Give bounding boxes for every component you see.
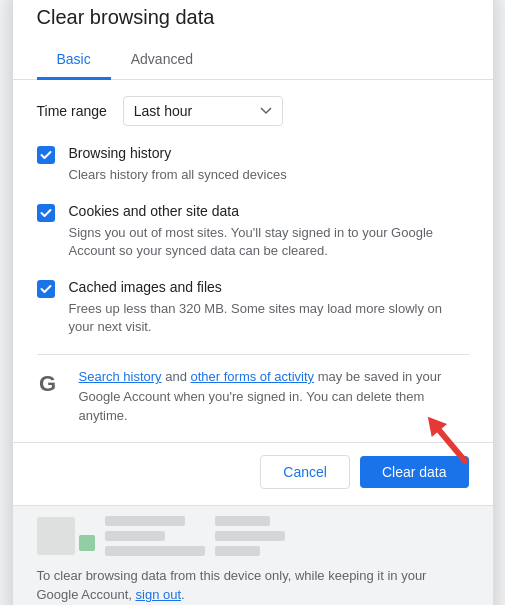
cached-label: Cached images and files	[69, 278, 469, 298]
dialog-footer: Cancel Clear data	[13, 442, 493, 505]
checkmark-icon	[40, 283, 52, 295]
cookies-label: Cookies and other site data	[69, 202, 469, 222]
checkbox-cached-wrapper[interactable]	[37, 280, 55, 298]
tab-basic[interactable]: Basic	[37, 41, 111, 80]
browsing-history-label: Browsing history	[69, 144, 287, 164]
sign-out-link[interactable]: sign out	[136, 587, 182, 602]
clear-browsing-data-dialog: Clear browsing data Basic Advanced Time …	[13, 0, 493, 605]
text-line-4	[215, 516, 270, 526]
info-text-block: Search history and other forms of activi…	[79, 367, 469, 426]
browsing-history-text: Browsing history Clears history from all…	[69, 144, 287, 184]
text-line-6	[215, 546, 260, 556]
cached-text: Cached images and files Frees up less th…	[69, 278, 469, 336]
text-line-placeholders	[105, 516, 205, 556]
browser-mockup	[37, 516, 469, 556]
checkbox-cached-box[interactable]	[37, 280, 55, 298]
search-history-link[interactable]: Search history	[79, 369, 162, 384]
text-line-placeholders-2	[215, 516, 285, 556]
below-text-suffix: .	[181, 587, 185, 602]
info-text-and: and	[162, 369, 191, 384]
google-g-icon: G	[37, 369, 65, 397]
below-dialog-section: To clear browsing data from this device …	[13, 505, 493, 605]
browsing-history-desc: Clears history from all synced devices	[69, 166, 287, 184]
checkmark-icon	[40, 149, 52, 161]
text-line-1	[105, 516, 185, 526]
checkbox-cookies: Cookies and other site data Signs you ou…	[37, 202, 469, 260]
info-row: G Search history and other forms of acti…	[37, 354, 469, 442]
cancel-button[interactable]: Cancel	[260, 455, 350, 489]
checkbox-browsing-history-box[interactable]	[37, 146, 55, 164]
time-range-row: Time range Last hour Last 24 hours Last …	[37, 96, 469, 126]
favicon-placeholder-1	[37, 517, 75, 555]
cached-desc: Frees up less than 320 MB. Some sites ma…	[69, 300, 469, 336]
checkbox-browsing-history-wrapper[interactable]	[37, 146, 55, 164]
dialog-body: Time range Last hour Last 24 hours Last …	[13, 80, 493, 441]
clear-data-button[interactable]: Clear data	[360, 456, 469, 488]
svg-text:G: G	[39, 371, 56, 396]
checkmark-icon	[40, 207, 52, 219]
checkbox-cached: Cached images and files Frees up less th…	[37, 278, 469, 336]
time-range-select[interactable]: Last hour Last 24 hours Last 7 days Last…	[123, 96, 283, 126]
text-line-3	[105, 546, 205, 556]
checkbox-browsing-history: Browsing history Clears history from all…	[37, 144, 469, 184]
favicon-placeholder-green	[79, 535, 95, 551]
tab-advanced[interactable]: Advanced	[111, 41, 213, 80]
time-range-label: Time range	[37, 103, 107, 119]
below-text-prefix: To clear browsing data from this device …	[37, 568, 427, 603]
checkbox-cookies-box[interactable]	[37, 204, 55, 222]
text-line-5	[215, 531, 285, 541]
checkbox-cookies-wrapper[interactable]	[37, 204, 55, 222]
tabs-bar: Basic Advanced	[13, 41, 493, 80]
cookies-desc: Signs you out of most sites. You'll stay…	[69, 224, 469, 260]
text-line-2	[105, 531, 165, 541]
dialog-title: Clear browsing data	[13, 0, 493, 41]
below-dialog-text: To clear browsing data from this device …	[37, 566, 469, 605]
cookies-text: Cookies and other site data Signs you ou…	[69, 202, 469, 260]
other-forms-link[interactable]: other forms of activity	[191, 369, 315, 384]
